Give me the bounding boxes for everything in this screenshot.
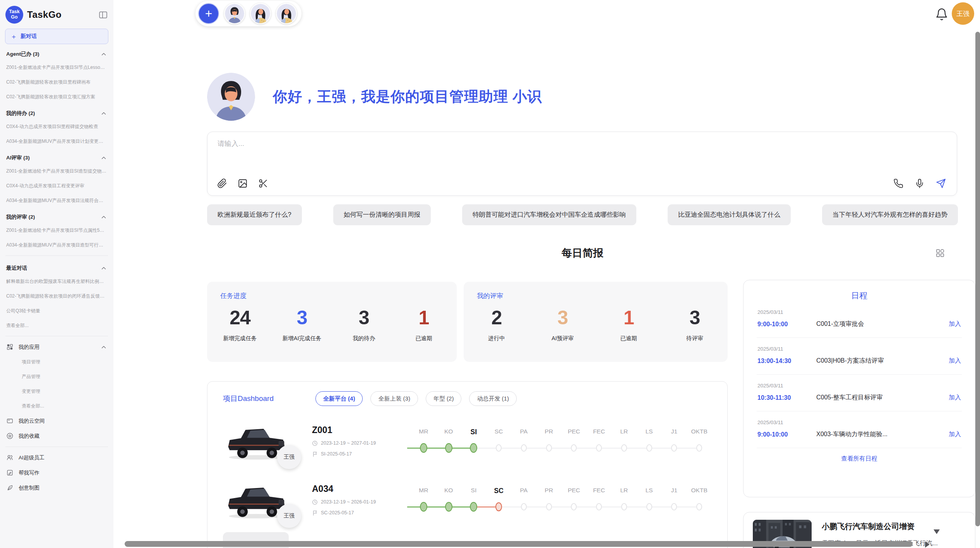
sidebar-task-item[interactable]: C02-飞腾新能源轻客改款项目立项汇报方案 xyxy=(0,89,113,104)
milestone: OKTB xyxy=(687,428,712,454)
schedule-entry: 2025/03/1113:00-14:30C003|H0B-方案冻结评审加入 xyxy=(757,338,962,375)
milestone-line xyxy=(599,448,624,449)
project-dates-text: 2023-12-19 ~ 2027-01-19 xyxy=(321,440,376,446)
stat-item: 3我的待办 xyxy=(346,307,381,342)
stat-item: 1已逾期 xyxy=(611,307,646,342)
milestone-line xyxy=(574,448,599,449)
schedule-event-title: X003-车辆动力学性能验... xyxy=(816,430,949,438)
dashboard-filter-chip[interactable]: 动总开发 (1) xyxy=(469,391,517,406)
vertical-scrollbar[interactable] xyxy=(975,32,980,526)
sidebar-item-cloud-space[interactable]: 我的云空间 xyxy=(0,413,113,428)
section-header[interactable]: 我的待办 (2) xyxy=(0,104,113,119)
suggestion-chip[interactable]: 如何写一份清晰的项目周报 xyxy=(333,204,431,225)
new-chat-button[interactable]: ＋ 新对话 xyxy=(5,29,108,44)
stat-value: 3 xyxy=(677,307,712,329)
cloud-space-label: 我的云空间 xyxy=(19,418,107,425)
suggestion-chip[interactable]: 特朗普可能对进口汽车增税会对中国车企造成哪些影响 xyxy=(462,204,636,225)
milestone-dot-area xyxy=(687,501,712,513)
view-all-apps-link[interactable]: 查看全部... xyxy=(0,399,113,413)
sidebar-item-favorites[interactable]: 我的收藏 xyxy=(0,428,113,444)
join-meeting-link[interactable]: 加入 xyxy=(949,320,961,328)
milestone-dot xyxy=(420,443,427,453)
sidebar-app-item[interactable]: 产品管理 xyxy=(0,369,113,384)
suggestion-chip[interactable]: 比亚迪全固态电池计划具体说了什么 xyxy=(668,204,791,225)
sidebar-item-my-apps[interactable]: 我的应用 xyxy=(0,339,113,354)
view-all-schedule-link[interactable]: 查看所有日程 xyxy=(757,455,962,463)
sidebar-task-item[interactable]: Z001-全新燃油轻卡产品开发项目SI造型提交物评审 xyxy=(0,164,113,178)
sidebar-task-item[interactable]: C02-飞腾新能源轻客改款项目里程碑画布 xyxy=(0,75,113,89)
message-input[interactable] xyxy=(218,139,875,162)
scroll-right-arrow[interactable] xyxy=(925,541,930,548)
join-meeting-link[interactable]: 加入 xyxy=(949,357,961,365)
chevron-up-icon xyxy=(100,51,107,58)
agent-avatar-1[interactable] xyxy=(224,3,245,24)
sidebar-task-item[interactable]: A034-全新新能源MUV产品开发项目造型可行性评审 xyxy=(0,238,113,252)
sidebar-recent-item[interactable]: 解释最新出台的欧盟报废车法规再生塑料比例被调至15%... xyxy=(0,274,113,289)
dashboard-filter-chip[interactable]: 全新平台 (4) xyxy=(315,391,363,406)
phone-call-icon[interactable] xyxy=(893,178,903,188)
project-row[interactable]: 王强A0342023-12-19 ~ 2026-01-19SC-2025-05-… xyxy=(207,468,727,527)
image-icon[interactable] xyxy=(238,178,248,188)
sidebar-task-item[interactable]: Z001-全新燃油皮卡产品开发项目SI节点Lesson Learn报告 xyxy=(0,60,113,75)
milestone-dot xyxy=(671,444,677,452)
stat-value: 1 xyxy=(611,307,646,329)
milestone-dot xyxy=(521,444,527,452)
milestone: PA xyxy=(511,487,536,513)
sidebar-app-item[interactable]: 项目管理 xyxy=(0,354,113,369)
sidebar-recent-item[interactable]: C02-飞腾新能源轻客改款项目的闭环通告反馈情况 xyxy=(0,289,113,303)
suggestion-chip[interactable]: 当下年轻人对汽车外观有怎样的喜好趋势 xyxy=(822,204,958,225)
section-header[interactable]: 我的评审 (2) xyxy=(0,208,113,223)
milestone-label: J1 xyxy=(671,428,677,437)
join-meeting-link[interactable]: 加入 xyxy=(949,430,961,438)
sidebar-task-item[interactable]: A034-全新新能源MUV产品开发项目法规符合性评审 xyxy=(0,193,113,208)
sidebar-item-ai-super-staff[interactable]: AI超级员工 xyxy=(0,450,113,465)
paperclip-icon[interactable] xyxy=(217,178,227,188)
milestone-dot xyxy=(571,444,577,452)
section-header[interactable]: Agent已办 (3) xyxy=(0,45,113,60)
project-media: 王强 xyxy=(223,476,289,523)
microphone-icon[interactable] xyxy=(915,178,925,188)
project-row[interactable]: 王强Z0012023-12-19 ~ 2027-01-19SI-2025-05-… xyxy=(207,409,727,468)
send-icon[interactable] xyxy=(936,178,946,188)
add-agent-button[interactable]: + xyxy=(198,3,219,24)
sidebar-recent-item[interactable]: 公司Q3轻卡销量 xyxy=(0,303,113,318)
new-chat-label: 新对话 xyxy=(21,33,37,40)
view-all-conversations-link[interactable]: 查看全部... xyxy=(0,318,113,333)
notifications-bell-icon[interactable] xyxy=(935,8,948,21)
dashboard-filter-chip[interactable]: 全新上装 (3) xyxy=(370,391,418,406)
milestone-line xyxy=(674,448,699,449)
sidebar-item-help-me-write[interactable]: 帮我写作 xyxy=(0,465,113,480)
dashboard-filter-chip[interactable]: 年型 (2) xyxy=(426,391,462,406)
milestone-line xyxy=(474,448,499,449)
collapse-sidebar-icon[interactable] xyxy=(98,10,108,20)
scroll-down-arrow[interactable] xyxy=(934,529,940,534)
suggestion-chip[interactable]: 欧洲新规最近颁布了什么? xyxy=(207,204,302,225)
project-media: 王强 xyxy=(223,417,289,464)
sidebar-app-item[interactable]: 变更管理 xyxy=(0,384,113,399)
chevron-up-icon xyxy=(100,344,107,351)
stat-item: 1已逾期 xyxy=(406,307,441,342)
join-meeting-link[interactable]: 加入 xyxy=(949,394,961,402)
section-header-recent[interactable]: 最近对话 xyxy=(0,259,113,274)
scissors-icon[interactable] xyxy=(258,178,268,188)
horizontal-scrollbar[interactable] xyxy=(125,541,913,547)
sidebar-task-item[interactable]: C0X4-动力总成开发项目SI里程碑提交物检查 xyxy=(0,119,113,134)
layout-grid-icon[interactable] xyxy=(935,248,945,258)
section-header[interactable]: AI评审 (3) xyxy=(0,149,113,164)
agent-avatar-2[interactable] xyxy=(250,3,271,24)
schedule-title: 日程 xyxy=(757,290,962,301)
project-code: A034 xyxy=(312,484,396,494)
milestone-label: PR xyxy=(545,428,553,437)
milestone-line xyxy=(649,448,674,449)
sidebar-item-creative-drawing[interactable]: 创意制图 xyxy=(0,480,113,495)
milestone: KO xyxy=(436,428,461,454)
sidebar-task-item[interactable]: A034-全新新能源MUV产品开发项目计划变更表编写 xyxy=(0,134,113,149)
sidebar-task-item[interactable]: Z001-全新燃油轻卡产品开发项目SI节点属性5D文件评审 xyxy=(0,223,113,238)
sidebar-task-item[interactable]: C0X4-动力总成开发项目工程变更评审 xyxy=(0,178,113,193)
agent-avatar-3[interactable] xyxy=(276,3,297,24)
user-avatar[interactable]: 王强 xyxy=(952,2,974,25)
dashboard-filters: 全新平台 (4)全新上装 (3)年型 (2)动总开发 (1) xyxy=(315,391,517,406)
milestone-track: MRKOSISCPAPRPECFECLRLSJ1OKTB xyxy=(411,487,712,513)
stat-value: 3 xyxy=(283,307,322,329)
chevron-up-icon xyxy=(100,265,107,272)
